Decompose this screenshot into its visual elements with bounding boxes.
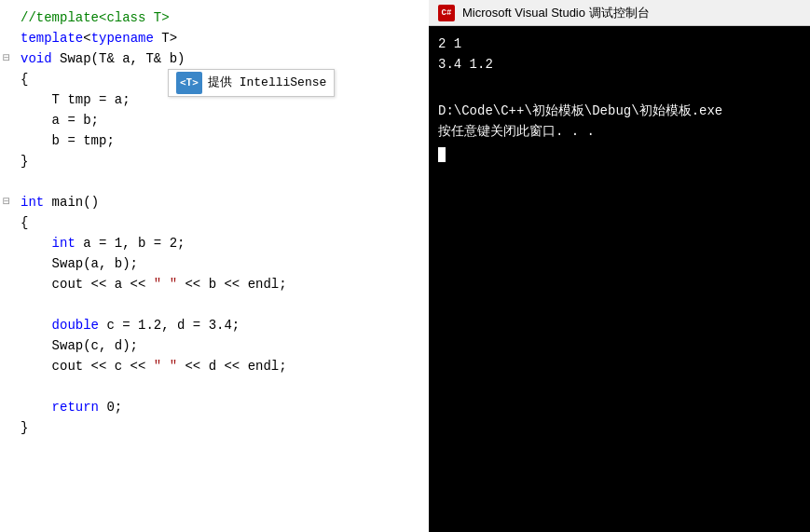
code-content: //template<class T> template<typename T>… — [0, 0, 429, 445]
code-line-7: b = tmp; — [0, 130, 429, 151]
console-titlebar: C# Microsoft Visual Studio 调试控制台 — [429, 0, 810, 26]
collapse-icon-10[interactable]: ⊟ — [3, 192, 10, 212]
line-17-content: Swap(c, d); — [17, 335, 138, 356]
intellisense-label: 提供 IntelliSense — [208, 73, 326, 93]
code-line-21: } — [0, 417, 429, 438]
code-line-15 — [0, 294, 429, 315]
line-11-content: { — [17, 212, 28, 233]
line-4-content: { — [17, 69, 28, 89]
line-18-content: cout << c << " " << d << endl; — [17, 356, 287, 376]
line-9-content — [17, 171, 28, 192]
line-5-content: T tmp = a; — [17, 89, 130, 110]
line-6-content: a = b; — [17, 110, 99, 130]
console-cursor — [438, 147, 446, 162]
line-15-content — [17, 294, 28, 315]
console-line-1: 2 1 — [438, 34, 801, 54]
code-line-9 — [0, 171, 429, 192]
code-line-20: return 0; — [0, 397, 429, 417]
console-panel: C# Microsoft Visual Studio 调试控制台 2 1 3.4… — [429, 0, 810, 532]
line-14-content: cout << a << " " << b << endl; — [17, 274, 287, 294]
line-7-content: b = tmp; — [17, 130, 115, 151]
code-line-3: ⊟ void Swap(T& a, T& b) — [0, 48, 429, 69]
gutter-10: ⊟ — [0, 192, 17, 212]
console-body[interactable]: 2 1 3.4 1.2 D:\Code\C++\初始模板\Debug\初始模板.… — [429, 26, 810, 532]
code-line-10: ⊟ int main() — [0, 192, 429, 212]
line-16-content: double c = 1.2, d = 3.4; — [17, 315, 240, 335]
console-line-2: 3.4 1.2 — [438, 54, 801, 75]
code-editor: //template<class T> template<typename T>… — [0, 0, 429, 532]
line-2-content: template<typename T> — [17, 28, 177, 48]
line-8-content: } — [17, 151, 28, 171]
code-line-17: Swap(c, d); — [0, 335, 429, 356]
code-line-16: double c = 1.2, d = 3.4; — [0, 315, 429, 335]
code-line-13: Swap(a, b); — [0, 253, 429, 274]
console-line-5: 按任意键关闭此窗口. . . — [438, 121, 801, 142]
line-19-content — [17, 376, 28, 397]
console-line-4: D:\Code\C++\初始模板\Debug\初始模板.exe — [438, 101, 801, 121]
code-line-8: } — [0, 151, 429, 171]
line-21-content: } — [17, 417, 28, 438]
console-cursor-line — [438, 142, 801, 162]
line-10-content: int main() — [17, 192, 99, 212]
line-3-content: void Swap(T& a, T& b) — [17, 48, 185, 69]
line-13-content: Swap(a, b); — [17, 253, 138, 274]
intellisense-badge: <T> — [176, 72, 202, 94]
code-line-18: cout << c << " " << d << endl; — [0, 356, 429, 376]
line-20-content: return 0; — [17, 397, 122, 417]
console-icon-text: C# — [442, 8, 452, 18]
console-app-icon: C# — [438, 5, 455, 21]
line-12-content: int a = 1, b = 2; — [17, 233, 185, 253]
code-line-6: a = b; — [0, 110, 429, 130]
console-line-3 — [438, 75, 801, 95]
code-line-14: cout << a << " " << b << endl; — [0, 274, 429, 294]
gutter-3: ⊟ — [0, 48, 17, 69]
line-1-content: //template<class T> — [17, 7, 170, 28]
code-line-11: { — [0, 212, 429, 233]
code-line-12: int a = 1, b = 2; — [0, 233, 429, 253]
code-line-19 — [0, 376, 429, 397]
collapse-icon-3[interactable]: ⊟ — [3, 48, 10, 69]
intellisense-popup: <T> 提供 IntelliSense — [168, 69, 335, 97]
console-title: Microsoft Visual Studio 调试控制台 — [462, 5, 650, 21]
code-line-2: template<typename T> <T> 提供 IntelliSense — [0, 28, 429, 48]
code-line-1: //template<class T> — [0, 7, 429, 28]
